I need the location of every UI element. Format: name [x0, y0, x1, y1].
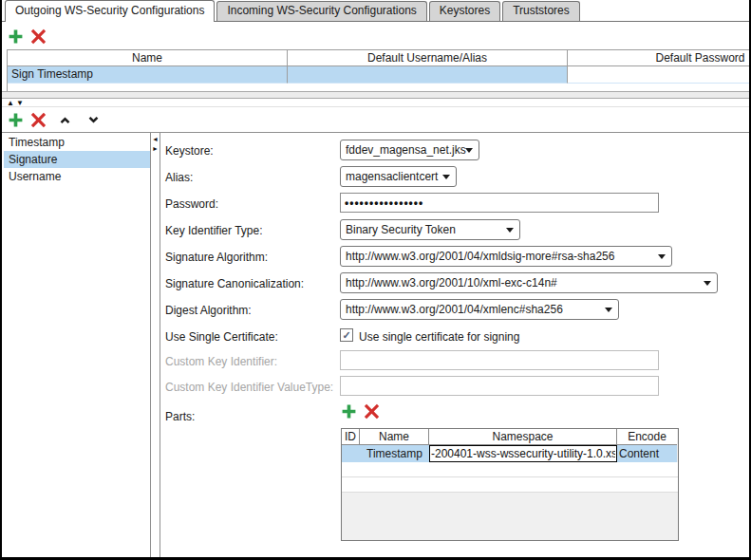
- config-table-header: Name Default Username/Alias Default Pass…: [8, 49, 749, 66]
- parts-toolbar: [340, 402, 380, 420]
- plus-icon: [8, 112, 24, 128]
- config-name-cell[interactable]: Sign Timestamp: [8, 66, 288, 84]
- chevron-down-icon: [658, 254, 666, 259]
- config-password-cell[interactable]: [568, 66, 749, 84]
- column-header-name: Name: [8, 49, 288, 66]
- password-label: Password:: [165, 196, 218, 212]
- horizontal-splitter[interactable]: [2, 91, 749, 98]
- add-configuration-button[interactable]: [7, 28, 24, 45]
- delete-part-button[interactable]: [363, 402, 380, 420]
- chevron-up-icon: [59, 114, 71, 126]
- parts-column-id: ID: [342, 429, 360, 445]
- move-entry-down-button[interactable]: [84, 111, 102, 128]
- alias-label: Alias:: [165, 170, 193, 185]
- parts-table-header: ID Name Namespace Encode: [342, 429, 678, 445]
- ws-security-configuration-window: Outgoing WS-Security Configurations Inco…: [0, 0, 751, 560]
- list-item-signature[interactable]: Signature: [4, 151, 150, 168]
- parts-label: Parts:: [165, 409, 195, 424]
- key-identifier-type-label: Key Identifier Type:: [165, 223, 263, 238]
- table-row[interactable]: Sign Timestamp: [8, 66, 749, 84]
- tab-keystores[interactable]: Keystores: [429, 1, 500, 21]
- digest-algorithm-value: http://www.w3.org/2001/04/xmlenc#sha256: [346, 303, 563, 316]
- use-single-certificate-checkbox[interactable]: ✓: [340, 328, 353, 342]
- vertical-splitter[interactable]: [150, 133, 151, 557]
- chevron-down-icon: [704, 281, 711, 286]
- key-identifier-type-value: Binary Security Token: [346, 223, 456, 236]
- check-icon: ✓: [342, 330, 350, 341]
- x-icon: [30, 112, 47, 128]
- part-id-cell[interactable]: [342, 445, 360, 462]
- delete-entry-button[interactable]: [29, 111, 47, 128]
- config-toolbar: [2, 23, 749, 49]
- main-panel: Timestamp Signature Username ◄ ► Keystor…: [2, 132, 749, 557]
- tab-bar: Outgoing WS-Security Configurations Inco…: [2, 0, 749, 22]
- plus-icon: [341, 403, 357, 420]
- digest-algorithm-label: Digest Algorithm:: [165, 303, 252, 318]
- entry-list: Timestamp Signature Username: [4, 134, 150, 557]
- key-identifier-type-select[interactable]: Binary Security Token: [340, 219, 520, 240]
- signature-algorithm-select[interactable]: http://www.w3.org/2001/04/xmldsig-more#r…: [340, 246, 672, 267]
- x-icon: [364, 403, 380, 420]
- alias-select[interactable]: magensaclientcert: [340, 166, 457, 187]
- signature-canonicalization-value: http://www.w3.org/2001/10/xml-exc-c14n#: [346, 276, 557, 289]
- signature-canonicalization-label: Signature Canonicalization:: [165, 276, 304, 291]
- alias-value: magensaclientcert: [346, 170, 438, 183]
- move-entry-up-button[interactable]: [56, 111, 73, 128]
- part-name-cell[interactable]: Timestamp: [360, 445, 429, 462]
- custom-key-identifier-label: Custom Key Identifier:: [165, 354, 277, 369]
- signature-algorithm-label: Signature Algorithm:: [165, 250, 268, 265]
- keystore-value: fddev_magensa_net.jks: [346, 143, 466, 157]
- parts-column-encode: Encode: [617, 429, 677, 445]
- empty-parts-row: [342, 462, 678, 477]
- part-encode-cell[interactable]: Content: [617, 445, 677, 462]
- chevron-down-icon: [87, 114, 100, 126]
- collapse-left-icon[interactable]: ◄: [151, 135, 160, 143]
- column-header-default-password: Default Password: [568, 49, 749, 66]
- use-single-certificate-label: Use Single Certificate:: [165, 329, 278, 345]
- outgoing-configurations-table: Name Default Username/Alias Default Pass…: [7, 49, 749, 91]
- chevron-down-icon: [442, 175, 450, 179]
- part-namespace-cell: [429, 445, 617, 462]
- parts-column-namespace: Namespace: [429, 429, 617, 445]
- keystore-select[interactable]: fddev_magensa_net.jks: [340, 140, 479, 160]
- parts-table-row[interactable]: Timestamp Content: [342, 445, 678, 462]
- vertical-splitter-edge: [160, 133, 160, 557]
- keystore-label: Keystore:: [165, 143, 214, 159]
- list-item-username[interactable]: Username: [4, 168, 150, 185]
- parts-table: ID Name Namespace Encode Timestamp Conte…: [341, 428, 679, 541]
- empty-parts-row: [342, 477, 678, 493]
- chevron-down-icon: [465, 148, 473, 153]
- password-field[interactable]: [340, 193, 659, 213]
- add-entry-button[interactable]: [7, 111, 24, 128]
- digest-algorithm-select[interactable]: http://www.w3.org/2001/04/xmlenc#sha256: [340, 299, 619, 320]
- parts-column-name: Name: [360, 429, 429, 445]
- plus-icon: [8, 28, 24, 45]
- part-namespace-edit-field[interactable]: [429, 445, 617, 462]
- chevron-down-icon: [506, 228, 514, 233]
- use-single-certificate-checkbox-label: Use single certificate for signing: [359, 329, 519, 345]
- signature-algorithm-value: http://www.w3.org/2001/04/xmldsig-more#r…: [346, 250, 614, 263]
- config-username-cell[interactable]: [288, 66, 568, 84]
- delete-configuration-button[interactable]: [29, 28, 47, 45]
- chevron-down-icon: [605, 308, 612, 312]
- column-header-default-username: Default Username/Alias: [288, 49, 568, 66]
- custom-key-identifier-valuetype-field: [340, 376, 659, 396]
- custom-key-identifier-field: [340, 350, 659, 370]
- tab-outgoing-ws-security[interactable]: Outgoing WS-Security Configurations: [5, 0, 215, 22]
- list-item-timestamp[interactable]: Timestamp: [4, 134, 150, 151]
- tab-truststores[interactable]: Truststores: [502, 1, 580, 21]
- entry-toolbar: [2, 107, 749, 132]
- collapse-right-icon[interactable]: ►: [151, 144, 160, 153]
- splitter-arrow-bar: ▲ ▼: [2, 98, 749, 107]
- tab-incoming-ws-security[interactable]: Incoming WS-Security Configurations: [216, 1, 426, 21]
- add-part-button[interactable]: [340, 402, 357, 420]
- custom-key-identifier-valuetype-label: Custom Key Identifier ValueType:: [165, 380, 333, 395]
- signature-canonicalization-select[interactable]: http://www.w3.org/2001/10/xml-exc-c14n#: [340, 272, 718, 293]
- x-icon: [30, 28, 47, 45]
